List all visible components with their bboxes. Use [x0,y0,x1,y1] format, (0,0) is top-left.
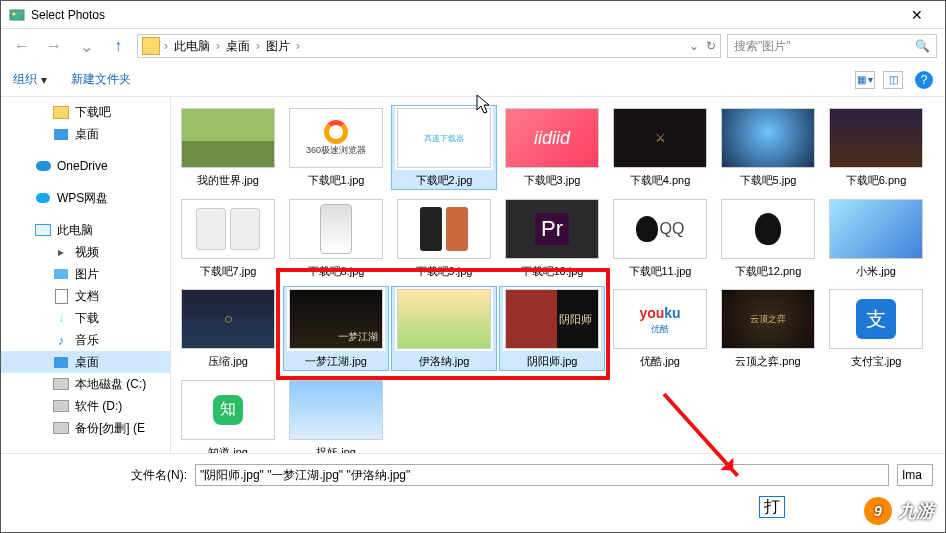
sidebar-item-pictures[interactable]: 图片 [1,263,170,285]
sidebar-item-disk-c[interactable]: 本地磁盘 (C:) [1,373,170,395]
file-thumbnail: 支 [829,289,923,349]
file-item[interactable]: ⚔下载吧4.png [607,105,713,190]
toolbar: 组织 ▾ 新建文件夹 ▦ ▾ ◫ ? [1,63,945,97]
documents-icon [53,288,69,304]
file-item[interactable]: 知知道.jpg [175,377,281,453]
file-label: 下载吧7.jpg [200,265,257,278]
file-item[interactable]: 云顶之弈云顶之弈.png [715,286,821,371]
file-thumbnail [397,289,491,349]
search-box[interactable]: 搜索"图片" 🔍 [727,34,937,58]
crumb-pictures[interactable]: 图片 [264,38,292,55]
address-bar[interactable]: › 此电脑 › 桌面 › 图片 › ⌄ ↻ [137,34,721,58]
file-label: 捉妖.jpg [316,446,356,453]
file-label: 下载吧9.jpg [416,265,473,278]
file-thumbnail: youku优酷 [613,289,707,349]
file-label: 下载吧3.jpg [524,174,581,187]
file-label: 下载吧5.jpg [740,174,797,187]
file-thumbnail [721,108,815,168]
address-drop[interactable]: ⌄ ↻ [689,39,716,53]
sidebar-item-documents[interactable]: 文档 [1,285,170,307]
file-item[interactable]: 下载吧5.jpg [715,105,821,190]
file-item[interactable]: 我的世界.jpg [175,105,281,190]
nav-back[interactable]: ← [9,34,35,58]
file-item[interactable]: 下载吧8.jpg [283,196,389,281]
close-button[interactable]: ✕ [897,7,937,23]
sidebar-item-xiazaiba[interactable]: 下载吧 [1,101,170,123]
file-item[interactable]: ⬡压缩.jpg [175,286,281,371]
filename-input[interactable] [195,464,889,486]
watermark: 9 九游 [864,497,934,525]
search-icon: 🔍 [915,39,930,53]
file-item[interactable]: Pr下载吧10.jpg [499,196,605,281]
sidebar-item-disk-e[interactable]: 备份[勿删] (E [1,417,170,439]
wps-icon [35,190,51,206]
file-item[interactable]: youku优酷优酷.jpg [607,286,713,371]
sidebar-item-desktop-quick[interactable]: 桌面 [1,123,170,145]
pc-icon [35,222,51,238]
file-label: 下载吧1.jpg [308,174,365,187]
file-thumbnail: Pr [505,199,599,259]
organize-button[interactable]: 组织 [13,71,37,88]
file-item[interactable]: 一梦江湖一梦江湖.jpg [283,286,389,371]
help-button[interactable]: ? [915,71,933,89]
newfolder-button[interactable]: 新建文件夹 [71,71,131,88]
file-thumbnail: 云顶之弈 [721,289,815,349]
desktop-icon [53,126,69,142]
folder-icon [142,37,160,55]
file-thumbnail [829,199,923,259]
file-item[interactable]: 下载吧6.png [823,105,929,190]
file-item[interactable]: 伊洛纳.jpg [391,286,497,371]
file-label: 伊洛纳.jpg [419,355,470,368]
sidebar-item-videos[interactable]: 视频 [1,241,170,263]
sidebar-item-downloads[interactable]: 下载 [1,307,170,329]
file-thumbnail [721,199,815,259]
sidebar-item-desktop[interactable]: 桌面 [1,351,170,373]
view-thumbsize-button[interactable]: ▦ ▾ [855,71,875,89]
file-item[interactable]: 下载吧9.jpg [391,196,497,281]
crumb-pc[interactable]: 此电脑 [172,38,212,55]
disk-icon [53,420,69,436]
file-item[interactable]: 支支付宝.jpg [823,286,929,371]
view-preview-button[interactable]: ◫ [883,71,903,89]
file-item[interactable]: 下载吧7.jpg [175,196,281,281]
organize-dropdown-icon[interactable]: ▾ [41,73,47,87]
file-item[interactable]: 高速下载器下载吧2.jpg [391,105,497,190]
file-dialog: Select Photos ✕ ← → ⌄ ↑ › 此电脑 › 桌面 › 图片 … [0,0,946,533]
footer: 文件名(N): Ima [1,453,945,496]
file-label: 下载吧8.jpg [308,265,365,278]
file-label: 支付宝.jpg [851,355,902,368]
file-item[interactable]: iidiid下载吧3.jpg [499,105,605,190]
crumb-desktop[interactable]: 桌面 [224,38,252,55]
file-label: 下载吧4.png [630,174,691,187]
nav-up[interactable]: ↑ [105,34,131,58]
file-item[interactable]: 阴阳师阴阳师.jpg [499,286,605,371]
file-label: 云顶之弈.png [735,355,800,368]
file-item[interactable]: 360极速浏览器下载吧1.jpg [283,105,389,190]
file-thumbnail [829,108,923,168]
file-label: 下载吧2.jpg [416,174,473,187]
file-item[interactable]: 小米.jpg [823,196,929,281]
sidebar-item-onedrive[interactable]: OneDrive [1,155,170,177]
file-item[interactable]: 捉妖.jpg [283,377,389,453]
file-item[interactable]: QQ下载吧11.jpg [607,196,713,281]
window-title: Select Photos [31,8,897,22]
file-thumbnail: 360极速浏览器 [289,108,383,168]
sidebar-item-thispc[interactable]: 此电脑 [1,219,170,241]
file-grid[interactable]: 我的世界.jpg360极速浏览器下载吧1.jpg高速下载器下载吧2.jpgiid… [171,97,945,453]
file-thumbnail: ⬡ [181,289,275,349]
file-label: 一梦江湖.jpg [305,355,367,368]
file-label: 优酷.jpg [640,355,680,368]
open-button[interactable]: 打 [759,496,785,518]
file-thumbnail [181,199,275,259]
nav-recent-drop[interactable]: ⌄ [73,34,99,58]
downloads-icon [53,310,69,326]
sidebar-item-music[interactable]: 音乐 [1,329,170,351]
file-label: 压缩.jpg [208,355,248,368]
file-label: 我的世界.jpg [197,174,259,187]
file-label: 阴阳师.jpg [527,355,578,368]
filetype-select[interactable]: Ima [897,464,933,486]
file-item[interactable]: 下载吧12.png [715,196,821,281]
sidebar-item-disk-d[interactable]: 软件 (D:) [1,395,170,417]
file-thumbnail: iidiid [505,108,599,168]
sidebar-item-wps[interactable]: WPS网盘 [1,187,170,209]
